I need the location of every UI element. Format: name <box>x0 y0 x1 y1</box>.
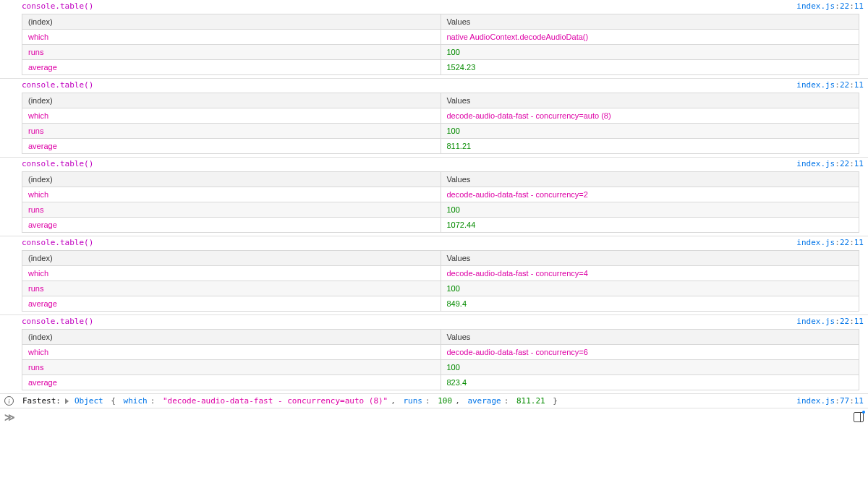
row-value: 1072.44 <box>441 218 859 233</box>
console-table-block: console.table() index.js:22:11 (index) V… <box>0 79 868 158</box>
row-key: average <box>22 296 441 312</box>
row-key: runs <box>22 202 441 218</box>
table-row: average 823.4 <box>22 375 859 390</box>
table-row: runs 100 <box>22 45 859 60</box>
col-values-header[interactable]: Values <box>441 172 859 187</box>
row-value: decode-audio-data-fast - concurrency=6 <box>441 345 859 360</box>
table-row: runs 100 <box>22 360 859 375</box>
console-call-label: console.table() <box>22 159 93 168</box>
col-index-header[interactable]: (index) <box>22 251 441 266</box>
col-index-header[interactable]: (index) <box>22 14 441 30</box>
source-link[interactable]: index.js:77:11 <box>796 396 864 406</box>
col-index-header[interactable]: (index) <box>22 330 441 345</box>
row-value: 811.21 <box>441 139 859 154</box>
row-key: average <box>22 218 441 233</box>
col-values-header[interactable]: Values <box>441 251 859 266</box>
row-value: 823.4 <box>441 375 859 390</box>
row-key: which <box>22 266 441 281</box>
col-index-header[interactable]: (index) <box>22 93 441 108</box>
table-row: runs 100 <box>22 281 859 296</box>
row-key: runs <box>22 281 441 296</box>
log-fastest-row: i Fastest: Object { which: "decode-audio… <box>0 394 868 408</box>
split-console-icon[interactable] <box>854 412 864 422</box>
source-link[interactable]: index.js:22:11 <box>796 80 864 90</box>
expand-triangle-icon[interactable] <box>65 398 69 404</box>
console-table: (index) Values which native AudioContext… <box>22 14 859 75</box>
row-key: runs <box>22 360 441 375</box>
source-link[interactable]: index.js:22:11 <box>796 317 864 326</box>
table-row: runs 100 <box>22 124 859 139</box>
row-value: 100 <box>441 360 859 375</box>
row-key: runs <box>22 124 441 139</box>
row-value: 100 <box>441 202 859 218</box>
fastest-which: "decode-audio-data-fast - concurrency=au… <box>163 396 388 406</box>
table-row: which native AudioContext.decodeAudioDat… <box>22 30 859 45</box>
table-row: which decode-audio-data-fast - concurren… <box>22 108 859 124</box>
table-row: which decode-audio-data-fast - concurren… <box>22 345 859 360</box>
console-table-block: console.table() index.js:22:11 (index) V… <box>0 0 868 79</box>
table-row: average 1524.23 <box>22 60 859 75</box>
row-key: average <box>22 375 441 390</box>
source-link[interactable]: index.js:22:11 <box>796 238 864 247</box>
table-row: which decode-audio-data-fast - concurren… <box>22 187 859 202</box>
row-value: 1524.23 <box>441 60 859 75</box>
col-index-header[interactable]: (index) <box>22 172 441 187</box>
prompt-chevrons-icon: ≫ <box>4 411 15 423</box>
source-link[interactable]: index.js:22:11 <box>796 159 864 168</box>
console-table-block: console.table() index.js:22:11 (index) V… <box>0 315 868 394</box>
row-value: native AudioContext.decodeAudioData() <box>441 30 859 45</box>
console-table-block: console.table() index.js:22:11 (index) V… <box>0 236 868 315</box>
console-call-label: console.table() <box>22 1 93 11</box>
row-value: 100 <box>441 281 859 296</box>
row-key: which <box>22 345 441 360</box>
fastest-label: Fastest: <box>22 396 61 406</box>
info-icon: i <box>4 396 14 406</box>
col-values-header[interactable]: Values <box>441 330 859 345</box>
console-call-label: console.table() <box>22 317 93 326</box>
row-value: decode-audio-data-fast - concurrency=4 <box>441 266 859 281</box>
row-key: average <box>22 60 441 75</box>
row-key: which <box>22 187 441 202</box>
col-values-header[interactable]: Values <box>441 14 859 30</box>
console-table: (index) Values which decode-audio-data-f… <box>22 329 859 390</box>
table-row: runs 100 <box>22 202 859 218</box>
console-call-label: console.table() <box>22 238 93 247</box>
row-key: which <box>22 108 441 124</box>
console-table: (index) Values which decode-audio-data-f… <box>22 250 859 312</box>
console-table: (index) Values which decode-audio-data-f… <box>22 93 859 154</box>
row-key: which <box>22 30 441 45</box>
table-row: average 849.4 <box>22 296 859 312</box>
col-values-header[interactable]: Values <box>441 93 859 108</box>
table-row: average 1072.44 <box>22 218 859 233</box>
console-table-block: console.table() index.js:22:11 (index) V… <box>0 158 868 236</box>
table-row: which decode-audio-data-fast - concurren… <box>22 266 859 281</box>
row-value: 849.4 <box>441 296 859 312</box>
row-key: average <box>22 139 441 154</box>
console-call-label: console.table() <box>22 80 93 90</box>
row-key: runs <box>22 45 441 60</box>
row-value: 100 <box>441 45 859 60</box>
console-prompt[interactable]: ≫ <box>0 408 868 426</box>
table-row: average 811.21 <box>22 139 859 154</box>
object-word[interactable]: Object <box>75 396 103 406</box>
row-value: 100 <box>441 124 859 139</box>
row-value: decode-audio-data-fast - concurrency=2 <box>441 187 859 202</box>
console-table: (index) Values which decode-audio-data-f… <box>22 171 859 233</box>
fastest-average: 811.21 <box>516 396 545 406</box>
source-link[interactable]: index.js:22:11 <box>796 1 864 11</box>
row-value: decode-audio-data-fast - concurrency=aut… <box>441 108 859 124</box>
fastest-runs: 100 <box>438 396 452 406</box>
